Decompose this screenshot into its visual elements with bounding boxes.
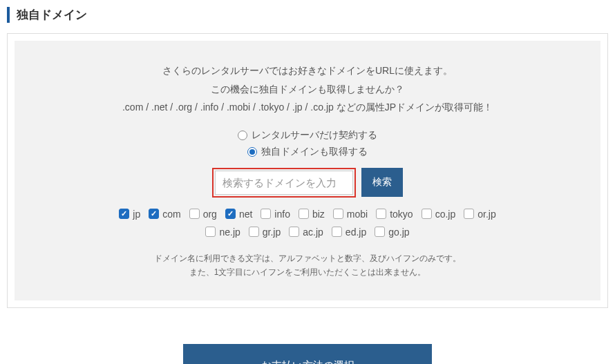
- domain-search-row: 検索: [28, 168, 587, 198]
- checkbox-icon: [464, 209, 474, 219]
- note-line-1: ドメイン名に利用できる文字は、アルファベットと数字、及びハイフンのみです。: [28, 251, 587, 265]
- tld-biz[interactable]: biz: [299, 209, 325, 220]
- tld-label: jp: [133, 209, 140, 220]
- checkbox-icon: [249, 227, 259, 237]
- tld-label: org: [203, 209, 217, 220]
- tld-label: go.jp: [388, 227, 409, 238]
- radio-icon: [238, 131, 247, 140]
- submit-wrap: お支払い方法の選択: [0, 344, 615, 364]
- checkbox-icon: [375, 227, 385, 237]
- tld-label: ac.jp: [303, 227, 323, 238]
- radio-rental-only[interactable]: レンタルサーバだけ契約する: [28, 129, 587, 142]
- radio-label: レンタルサーバだけ契約する: [252, 129, 377, 142]
- search-highlight: [212, 168, 356, 198]
- desc-line-1: さくらのレンタルサーバではお好きなドメインをURLに使えます。: [28, 61, 587, 80]
- tld-jp[interactable]: jp: [119, 209, 140, 220]
- note-line-2: また、1文字目にハイフンをご利用いただくことは出来ません。: [28, 265, 587, 279]
- tld-orjp[interactable]: or.jp: [464, 209, 495, 220]
- checkbox-icon: [225, 209, 236, 219]
- section-title: 独自ドメイン: [7, 7, 608, 23]
- checkbox-icon: [119, 209, 129, 219]
- tld-label: info: [274, 209, 290, 220]
- checkbox-icon: [261, 209, 271, 219]
- tld-grjp[interactable]: gr.jp: [249, 227, 281, 238]
- checkbox-icon: [332, 227, 342, 237]
- radio-label: 独自ドメインも取得する: [261, 146, 368, 158]
- radio-group: レンタルサーバだけ契約する 独自ドメインも取得する: [28, 129, 587, 158]
- desc-line-3: .com / .net / .org / .info / .mobi / .to…: [28, 98, 587, 117]
- checkbox-icon: [149, 209, 159, 219]
- tld-label: com: [162, 209, 180, 220]
- checkbox-icon: [205, 227, 216, 237]
- panel-outer: さくらのレンタルサーバではお好きなドメインをURLに使えます。 この機会に独自ド…: [7, 33, 608, 308]
- desc-line-2: この機会に独自ドメインも取得しませんか？: [28, 80, 587, 99]
- tld-label: or.jp: [477, 209, 495, 220]
- tld-label: ed.jp: [346, 227, 366, 238]
- tld-nejp[interactable]: ne.jp: [205, 227, 240, 238]
- tld-cojp[interactable]: co.jp: [422, 209, 456, 220]
- usage-note: ドメイン名に利用できる文字は、アルファベットと数字、及びハイフンのみです。 また…: [28, 251, 587, 280]
- panel-inner: さくらのレンタルサーバではお好きなドメインをURLに使えます。 この機会に独自ド…: [15, 41, 600, 300]
- tld-list: jp com org net info biz mobi tokyo co.jp…: [28, 209, 587, 220]
- checkbox-icon: [289, 227, 299, 237]
- tld-label: biz: [312, 209, 325, 220]
- tld-label: mobi: [347, 209, 368, 220]
- checkbox-icon: [333, 209, 343, 219]
- domain-search-input[interactable]: [215, 171, 353, 195]
- tld-list-2: ne.jp gr.jp ac.jp ed.jp go.jp: [28, 227, 587, 238]
- tld-label: co.jp: [435, 209, 456, 220]
- tld-gojp[interactable]: go.jp: [375, 227, 409, 238]
- proceed-payment-button[interactable]: お支払い方法の選択: [183, 344, 432, 364]
- search-button[interactable]: 検索: [361, 168, 403, 197]
- checkbox-icon: [422, 209, 432, 219]
- tld-org[interactable]: org: [189, 209, 217, 220]
- tld-label: ne.jp: [219, 227, 240, 238]
- tld-label: tokyo: [390, 209, 413, 220]
- checkbox-icon: [189, 209, 200, 219]
- tld-info[interactable]: info: [261, 209, 290, 220]
- radio-icon: [247, 147, 257, 157]
- tld-edjp[interactable]: ed.jp: [332, 227, 366, 238]
- tld-label: net: [239, 209, 252, 220]
- checkbox-icon: [299, 209, 309, 219]
- tld-tokyo[interactable]: tokyo: [376, 209, 413, 220]
- tld-net[interactable]: net: [225, 209, 252, 220]
- tld-com[interactable]: com: [149, 209, 180, 220]
- checkbox-icon: [376, 209, 386, 219]
- radio-with-domain[interactable]: 独自ドメインも取得する: [28, 146, 587, 158]
- tld-mobi[interactable]: mobi: [333, 209, 368, 220]
- tld-acjp[interactable]: ac.jp: [289, 227, 323, 238]
- tld-label: gr.jp: [263, 227, 281, 238]
